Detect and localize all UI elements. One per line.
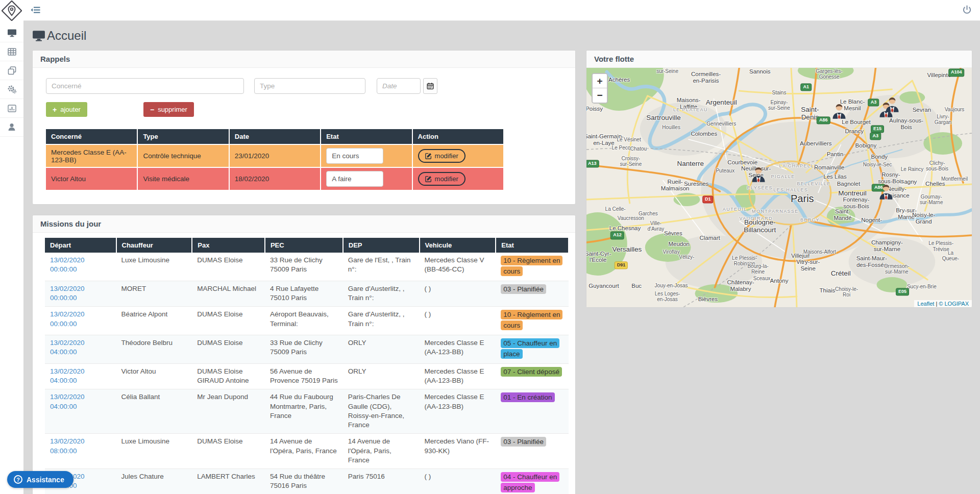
cell-depart: 13/02/2020 08:00:00 (45, 434, 116, 469)
cell-depart: 13/02/2020 04:00:00 (45, 389, 116, 434)
mission-row: 13/02/2020 08:00:00Luxe LimousineDUMAS E… (45, 434, 569, 469)
cell-chauffeur: Victor Altou (116, 363, 192, 389)
column-header: PEC (265, 238, 343, 253)
pencil-square-icon (425, 153, 432, 159)
cell-pec: 54 Rue du théâtre 75016 Paris (265, 468, 343, 494)
leaflet-link[interactable]: Leaflet (917, 301, 934, 307)
fleet-panel-title: Votre flotte (586, 51, 972, 68)
date-filter-input[interactable] (377, 78, 421, 94)
cell-vehicule: Mercedes Classe E (AA-123-BB) (420, 363, 496, 389)
power-icon[interactable] (962, 5, 972, 16)
calendar-icon[interactable] (423, 78, 437, 94)
etat-input[interactable] (326, 171, 383, 187)
app-logo[interactable] (0, 0, 23, 23)
sidebar-item-copy[interactable] (0, 61, 23, 80)
depart-link[interactable]: 13/02/2020 08:00:00 (50, 437, 85, 454)
sidebar-item-user[interactable] (0, 118, 23, 137)
monitor-icon (32, 30, 45, 42)
concerne-filter-input[interactable] (46, 78, 244, 94)
mission-row: 13/02/2020 10:55:00Jules ChatureLAMBERT … (45, 468, 569, 494)
cell-pax: LAMBERT Charles (192, 468, 265, 494)
monitor-icon (7, 29, 17, 37)
cell-dep: Gare de l'Est, , Train n°: (343, 253, 420, 281)
modify-button[interactable]: modifier (418, 149, 465, 163)
cell-etat: 03 - Planifiée (496, 434, 569, 469)
fleet-map[interactable]: sur-SeineCormeilles- en-ParisisSannoisGa… (586, 68, 972, 307)
cell-dep: Gare d'Austerlitz, , Train n°: (343, 281, 420, 306)
column-header: Etat (496, 238, 569, 253)
depart-link[interactable]: 13/02/2020 00:00:00 (50, 285, 85, 302)
sidebar-item-table[interactable] (0, 42, 23, 61)
delete-button[interactable]: − supprimer (143, 102, 194, 117)
cell-etat: 10 - Règlement en cours (496, 307, 569, 335)
cell-depart: 13/02/2020 04:00:00 (45, 335, 116, 364)
sidebar-nav (0, 23, 23, 137)
depart-link[interactable]: 13/02/2020 04:00:00 (50, 367, 85, 384)
cell-action: modifier (412, 144, 504, 167)
driver-marker-icon[interactable] (878, 182, 894, 200)
depart-link[interactable]: 13/02/2020 04:00:00 (50, 393, 85, 410)
copy-icon (8, 66, 16, 75)
cell-etat: 05 - Chauffeur en place (496, 335, 569, 364)
missions-table: DépartChauffeurPaxPECDEPVehiculeEtat 13/… (45, 238, 569, 494)
etat-input[interactable] (326, 148, 383, 164)
zoom-out-button[interactable]: − (593, 88, 607, 103)
cell-date: 18/02/2020 (229, 167, 321, 190)
rappel-row: Victor AltouVisite médicale18/02/2020mod… (46, 167, 504, 190)
zoom-in-button[interactable]: + (593, 74, 607, 88)
missions-panel-title: Missions du jour (33, 215, 575, 233)
sidebar-item-gears[interactable] (0, 80, 23, 99)
cell-type: Contrôle technique (137, 144, 229, 167)
status-badge: 03 - Planifiée (501, 437, 546, 447)
status-badge: 03 - Planifiée (501, 284, 546, 294)
column-header: Chauffeur (116, 238, 192, 253)
type-filter-input[interactable] (254, 78, 365, 94)
cell-pec: 14 Avenue de l'Opéra, Paris, France (265, 434, 343, 469)
cell-pax: Mr Jean Dupond (192, 389, 265, 434)
cell-depart: 13/02/2020 04:00:00 (45, 363, 116, 389)
driver-marker-icon[interactable] (831, 102, 847, 119)
cell-vehicule: Mercedes Classe E (AA-123-BB) (420, 335, 496, 364)
assistance-button[interactable]: ? Assistance (7, 471, 74, 488)
rappels-panel-title: Rappels (33, 51, 575, 68)
column-header: DEP (343, 238, 420, 253)
missions-panel: Missions du jour DépartChauffeurPaxPECDE… (32, 215, 576, 494)
depart-link[interactable]: 13/02/2020 00:00:00 (50, 310, 85, 327)
status-badge: 07 - Client déposé (501, 367, 562, 377)
mission-row: 13/02/2020 00:00:00MORETMARCHAL Michael4… (45, 281, 569, 306)
cell-dep: ORLY (343, 363, 420, 389)
cell-depart: 13/02/2020 00:00:00 (45, 307, 116, 335)
sidebar-item-chart[interactable] (0, 99, 23, 118)
sidebar-item-monitor[interactable] (0, 23, 23, 42)
modify-button[interactable]: modifier (418, 172, 465, 186)
map-zoom-control: + − (592, 73, 608, 104)
cell-pax: DUMAS Eloise (192, 335, 265, 364)
cell-pax: DUMAS Eloise (192, 434, 265, 469)
depart-link[interactable]: 13/02/2020 00:00:00 (50, 256, 85, 273)
mission-row: 13/02/2020 04:00:00Célia BallantMr Jean … (45, 389, 569, 434)
logipax-link[interactable]: © LOGIPAX (939, 301, 969, 307)
cell-etat: 07 - Client déposé (496, 363, 569, 389)
add-button[interactable]: + ajouter (46, 102, 87, 117)
cell-pec: 56 Avenue de Provence 75019 Paris (265, 363, 343, 389)
cell-chauffeur: Luxe Limousine (116, 253, 192, 281)
cell-date: 23/01/2020 (229, 144, 321, 167)
cell-dep: 14 Avenue de l'Opéra, Paris, France (343, 434, 420, 469)
fleet-panel: Votre flotte (586, 50, 972, 308)
depart-link[interactable]: 13/02/2020 04:00:00 (50, 339, 85, 356)
cell-pax: DUMAS Eloise (192, 307, 265, 335)
map-attribution: Leaflet | © LOGIPAX (914, 300, 972, 307)
cell-vehicule: Mercedes Viano (FF-930-KK) (420, 434, 496, 469)
column-header: Type (137, 129, 229, 144)
map-tiles (586, 68, 972, 307)
cell-dep: Gare d'Austerlitz, , Train n°: (343, 307, 420, 335)
column-header: Vehicule (420, 238, 496, 253)
cell-dep: Paris 75016 (343, 468, 420, 494)
status-badge: 04 - Chauffeur en approche (501, 472, 559, 492)
cell-depart: 13/02/2020 00:00:00 (45, 281, 116, 306)
sidebar-toggle-icon[interactable] (31, 6, 40, 15)
driver-marker-icon[interactable] (751, 165, 766, 182)
driver-marker-icon[interactable] (885, 95, 900, 112)
cell-pec: 33 Rue de Clichy 75009 Paris (265, 253, 343, 281)
cell-pec: 4 Rue Lafayette 75010 Paris (265, 281, 343, 306)
